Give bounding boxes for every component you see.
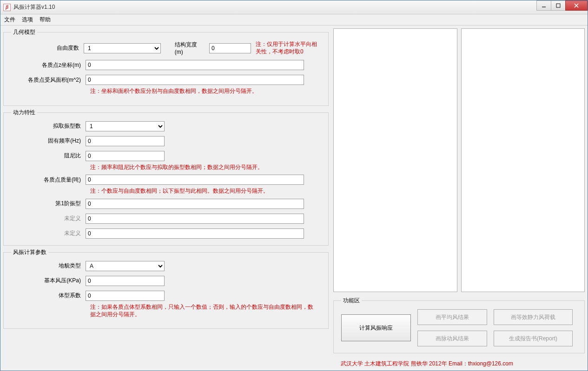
legend-params: 风振计算参数	[11, 248, 48, 256]
output-panel-right	[461, 28, 585, 292]
menu-options[interactable]: 选项	[22, 16, 33, 24]
menu-help[interactable]: 帮助	[40, 16, 51, 24]
close-button[interactable]	[565, 0, 588, 11]
label-damp: 阻尼比	[11, 152, 86, 160]
menubar: 文件 选项 帮助	[0, 14, 588, 26]
label-mass: 各质点质量(吨)	[11, 176, 86, 184]
footer-credit: 武汉大学 土木建筑工程学院 熊铁华 2012年 Email：thxiong@12…	[333, 360, 585, 368]
input-undef1[interactable]	[86, 214, 304, 224]
input-mode1[interactable]	[86, 199, 304, 209]
label-width: 结构宽度(m)	[175, 41, 205, 55]
btn-draw-equiv[interactable]: 画等效静力风荷载	[494, 309, 573, 325]
label-undef1: 未定义	[11, 215, 86, 222]
label-area: 各质点受风面积(m^2)	[11, 76, 86, 84]
note-width: 注：仅用于计算水平向相关性，不考虑时取0	[256, 41, 321, 55]
input-freq[interactable]	[86, 136, 165, 146]
window-title: 风振计算器v1.10	[13, 3, 537, 11]
label-dof: 自由度数	[11, 44, 84, 52]
label-modes: 拟取振型数	[11, 122, 86, 130]
label-z: 各质点z坐标(m)	[11, 61, 86, 69]
btn-draw-mean[interactable]: 画平均风结果	[417, 309, 487, 325]
input-shape[interactable]	[86, 291, 165, 301]
btn-draw-fluc[interactable]: 画脉动风结果	[417, 331, 487, 346]
input-damp[interactable]	[86, 151, 165, 161]
output-panel-left	[333, 28, 457, 292]
btn-report[interactable]: 生成报告书(Report)	[494, 331, 573, 346]
maximize-button[interactable]	[551, 0, 566, 11]
label-mode1: 第1阶振型	[11, 200, 86, 208]
input-undef2[interactable]	[86, 228, 304, 239]
group-dynamic: 动力特性 拟取振型数 1 固有频率(Hz) 阻尼比 注：频率和阻尼比个数应与拟取…	[3, 109, 329, 246]
label-pressure: 基本风压(KPa)	[11, 277, 86, 285]
note-dynamic-1: 注：频率和阻尼比个数应与拟取的振型数相同；数据之间用分号隔开。	[90, 164, 321, 171]
titlebar: β 风振计算器v1.10	[0, 0, 588, 14]
legend-func: 功能区	[341, 297, 362, 305]
note-params: 注：如果各质点体型系数相同，只输入一个数值；否则，输入的个数应与自由度数相同，数…	[90, 304, 313, 318]
svg-rect-1	[556, 4, 560, 7]
note-geometry: 注：坐标和面积个数应分别与自由度数相同，数据之间用分号隔开。	[90, 88, 321, 95]
legend-geometry: 几何模型	[11, 28, 37, 36]
group-geometry: 几何模型 自由度数 1 结构宽度(m) 注：仅用于计算水平向相关性，不考虑时取0…	[3, 28, 329, 106]
menu-file[interactable]: 文件	[4, 16, 15, 24]
group-params: 风振计算参数 地貌类型 A 基本风压(KPa) 体型系数 注：如果各质点体型系数…	[3, 248, 329, 329]
minimize-button[interactable]	[536, 0, 551, 11]
note-dynamic-2: 注：个数应与自由度数相同；以下振型与此相同。数据之间用分号隔开。	[90, 188, 321, 195]
btn-calc[interactable]: 计算风振响应	[341, 314, 411, 341]
label-terrain: 地貌类型	[11, 262, 86, 270]
label-undef2: 未定义	[11, 229, 86, 237]
label-freq: 固有频率(Hz)	[11, 137, 86, 145]
input-area[interactable]	[86, 75, 304, 85]
group-func: 功能区 计算风振响应 画平均风结果 画等效静力风荷载 画脉动风结果 生成报告书(…	[333, 297, 585, 353]
app-icon: β	[3, 4, 11, 11]
label-shape: 体型系数	[11, 292, 86, 299]
select-terrain[interactable]: A	[86, 261, 165, 271]
select-modes[interactable]: 1	[86, 121, 165, 131]
input-z[interactable]	[86, 60, 304, 70]
select-dof[interactable]: 1	[84, 43, 161, 53]
input-width[interactable]	[209, 43, 251, 53]
input-pressure[interactable]	[86, 276, 165, 286]
legend-dynamic: 动力特性	[11, 109, 37, 117]
input-mass[interactable]	[86, 175, 304, 185]
